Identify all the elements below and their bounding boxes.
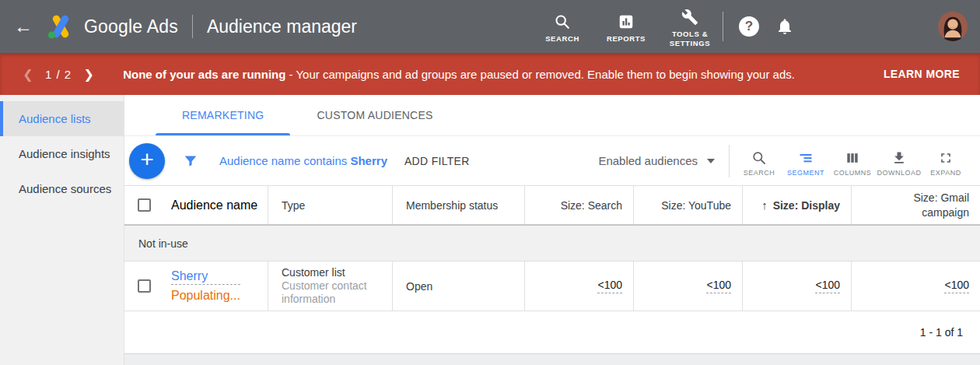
cell-size-display: <100 (743, 261, 852, 311)
avatar-photo (938, 12, 968, 41)
sidebar-item-audience-insights[interactable]: Audience insights (0, 136, 124, 171)
expand-icon (938, 150, 954, 166)
table-footer: 1 - 1 of 1 (124, 311, 980, 354)
sidebar-item-audience-sources[interactable]: Audience sources (0, 171, 124, 206)
add-filter-button[interactable]: ADD FILTER (404, 155, 470, 167)
header-divider (723, 12, 723, 41)
header-cell-type[interactable]: Type (268, 186, 393, 224)
alert-banner: ❮ 1 / 2 ❯ None of your ads are running -… (0, 53, 980, 95)
avatar[interactable] (938, 12, 968, 41)
row-checkbox[interactable] (138, 279, 151, 293)
table-toolbar: + Audience name contains Sherry ADD FILT… (124, 136, 980, 185)
cell-size-youtube: <100 (634, 261, 743, 311)
audience-view-selector[interactable]: Enabled audiences (598, 154, 715, 167)
tab-remarketing[interactable]: REMARKETING (156, 95, 290, 135)
select-all-checkbox[interactable] (138, 198, 151, 212)
top-app-bar: ← Google Ads Audience manager SEARCH (0, 0, 980, 53)
filter-funnel-icon[interactable] (182, 153, 199, 170)
filter-value: Sherry (350, 154, 387, 167)
header-cell-size-search[interactable]: Size: Search (525, 186, 634, 224)
nav-tools-settings-button[interactable]: TOOLS & SETTINGS (662, 5, 718, 48)
alert-pager: 1 / 2 (45, 68, 72, 81)
page-background (124, 354, 980, 365)
cell-membership-status: Open (393, 261, 525, 311)
audiences-table: Audience name Type Membership status Siz… (124, 185, 980, 365)
table-header-row: Audience name Type Membership status Siz… (124, 185, 980, 226)
notifications-button[interactable] (770, 12, 800, 41)
nav-search-button[interactable]: SEARCH (534, 10, 590, 44)
populating-status: Populating... (171, 289, 240, 303)
main-panel: REMARKETING CUSTOM AUDIENCES + Audience … (124, 95, 980, 365)
product-name: Google Ads (84, 16, 178, 37)
search-icon (751, 150, 767, 166)
group-label: Not in-use (138, 237, 188, 250)
sort-ascending-icon: ↑ (761, 198, 768, 212)
header-cell-audience-name: Audience name (124, 186, 268, 224)
cell-size-gmail-campaign: <100 (852, 261, 980, 311)
columns-icon (845, 150, 860, 166)
header-cell-size-display[interactable]: ↑ Size: Display (743, 186, 852, 224)
google-ads-logo-icon (45, 11, 76, 42)
next-alert-chevron-icon[interactable]: ❯ (79, 65, 98, 83)
search-icon (554, 13, 571, 30)
segment-icon (798, 150, 814, 166)
nav-reports-button[interactable]: REPORTS (598, 10, 654, 44)
previous-alert-chevron-icon[interactable]: ❮ (19, 65, 37, 83)
toolbar-divider (729, 145, 730, 177)
table-segment-button[interactable]: SEGMENT (782, 146, 829, 177)
google-ads-logo[interactable]: Google Ads (45, 11, 178, 42)
table-columns-button[interactable]: COLUMNS (829, 146, 876, 177)
bell-icon (775, 17, 794, 36)
help-icon: ? (739, 16, 759, 37)
wrench-icon (681, 9, 698, 26)
reports-icon (618, 13, 635, 30)
chevron-down-icon (707, 159, 715, 163)
table-row: Sherry Populating... Customer list Custo… (124, 261, 980, 311)
learn-more-button[interactable]: LEARN MORE (876, 61, 968, 86)
content-area: Audience lists Audience insights Audienc… (0, 95, 980, 365)
cell-type: Customer list Customer contact informati… (268, 261, 393, 311)
header-cell-membership-status[interactable]: Membership status (393, 186, 525, 224)
title-divider (192, 15, 193, 38)
table-expand-button[interactable]: EXPAND (922, 146, 969, 177)
google-ads-app: ← Google Ads Audience manager SEARCH (0, 0, 980, 365)
audience-name-link[interactable]: Sherry (171, 269, 240, 285)
alert-message: None of your ads are running - Your camp… (123, 68, 795, 81)
tab-bar: REMARKETING CUSTOM AUDIENCES (124, 95, 980, 136)
top-nav: SEARCH REPORTS TOOLS & SETTINGS (534, 5, 718, 48)
download-icon (891, 150, 907, 166)
table-group-row: Not in-use (124, 226, 980, 261)
back-arrow-icon[interactable]: ← (14, 17, 40, 36)
pagination-label: 1 - 1 of 1 (920, 326, 963, 339)
active-filter-chip[interactable]: Audience name contains Sherry (219, 154, 387, 167)
tab-custom-audiences[interactable]: CUSTOM AUDIENCES (290, 95, 459, 135)
cell-audience-name: Sherry Populating... (124, 261, 268, 311)
sidebar-item-audience-lists[interactable]: Audience lists (0, 101, 124, 136)
header-cell-size-gmail-campaign[interactable]: Size: Gmail campaign (852, 186, 980, 224)
add-audience-button[interactable]: + (129, 143, 165, 179)
cell-size-search: <100 (525, 261, 634, 311)
page-title: Audience manager (207, 16, 357, 37)
table-search-button[interactable]: SEARCH (736, 146, 782, 177)
header-cell-size-youtube[interactable]: Size: YouTube (634, 186, 743, 224)
table-download-button[interactable]: DOWNLOAD (876, 146, 922, 177)
sidebar: Audience lists Audience insights Audienc… (0, 95, 124, 365)
help-button[interactable]: ? (734, 12, 764, 41)
